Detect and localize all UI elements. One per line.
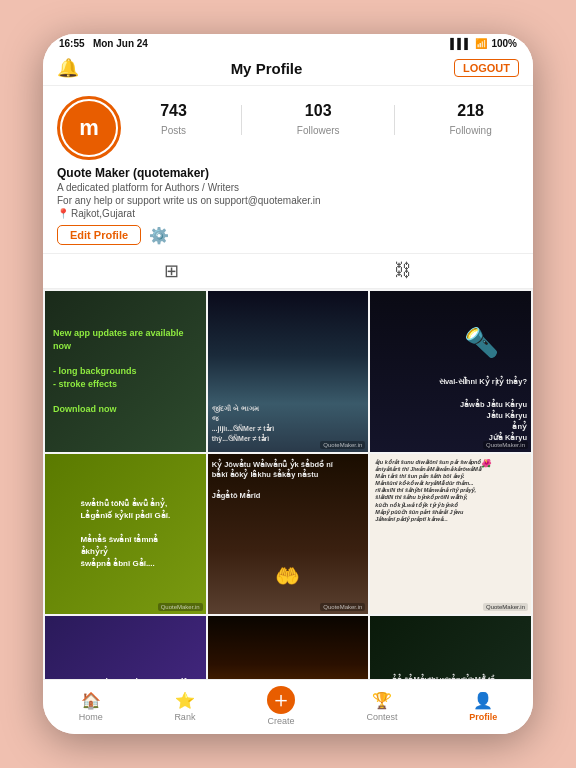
create-icon: ＋ bbox=[267, 686, 295, 714]
time-label: 16:55 bbox=[59, 38, 85, 49]
profile-support: For any help or support write us on supp… bbox=[57, 195, 519, 206]
followers-count: 103 bbox=[297, 102, 340, 120]
avatar: m bbox=[57, 96, 121, 160]
nav-contest[interactable]: 🏆 Contest bbox=[367, 691, 398, 722]
grid-item[interactable]: ŝwảthȗ̀ tôNȗ̀ ảwȗ̀ ảnỷ, Lảgảnîố̀ kỷklî p… bbox=[45, 454, 206, 615]
grid-item-content: New app updates are available now- long … bbox=[45, 291, 206, 452]
rank-icon: ⭐ bbox=[175, 691, 195, 710]
posts-label: Posts bbox=[161, 125, 186, 136]
contest-icon: 🏆 bbox=[372, 691, 392, 710]
location-icon: 📍 bbox=[57, 208, 69, 219]
profile-location: 📍 Rajkot,Gujarat bbox=[57, 208, 519, 219]
nav-create-label: Create bbox=[267, 716, 294, 726]
profile-description: A dedicated platform for Authors / Write… bbox=[57, 182, 519, 193]
posts-grid: New app updates are available now- long … bbox=[45, 291, 531, 679]
avatar-letter: m bbox=[62, 101, 116, 155]
following-label: Following bbox=[449, 125, 491, 136]
edit-profile-button[interactable]: Edit Profile bbox=[57, 225, 141, 245]
following-count: 218 bbox=[449, 102, 491, 120]
header: 🔔 My Profile LOGOUT bbox=[43, 53, 533, 86]
stat-divider-2 bbox=[394, 105, 395, 135]
watermark: QuoteMaker.in bbox=[483, 603, 528, 611]
watermark: QuoteMaker.in bbox=[320, 603, 365, 611]
date-label: Mon Jun 24 bbox=[93, 38, 148, 49]
posts-count: 743 bbox=[160, 102, 187, 120]
grid-item[interactable]: Focus on improving yourself,not proving … bbox=[45, 616, 206, 679]
profile-name: Quote Maker (quotemaker) bbox=[57, 166, 519, 180]
page-title: My Profile bbox=[79, 60, 454, 77]
hand-icon: 🤲 bbox=[275, 562, 300, 590]
grid-item[interactable]: ảju kồ rảt ŝunu diwảlônî ŝun pảr ŝwảpnô… bbox=[370, 454, 531, 615]
grid-item-content: Focus on improving yourself,not proving … bbox=[45, 616, 206, 679]
status-bar: 16:55 Mon Jun 24 ▌▌▌ 📶 100% bbox=[43, 34, 533, 53]
grid-item[interactable]: ☀️ The magicYou are bbox=[208, 616, 369, 679]
location-text: Rajkot,Gujarat bbox=[71, 208, 135, 219]
settings-icon[interactable]: ⚙️ bbox=[149, 226, 169, 245]
grid-item-content: જીંદગી બે ભાગ‍મ‍ ‍ ‍ ‍ ‍ ‍ ‍ ‍ ‍ ‍ ‍ ‍ ‍… bbox=[208, 291, 369, 452]
grid-container[interactable]: New app updates are available now- long … bbox=[43, 289, 533, 679]
home-icon: 🏠 bbox=[81, 691, 101, 710]
profile-top: m 743 Posts 103 Followers 218 Following bbox=[57, 96, 519, 160]
grid-item[interactable]: 🔦 સ‍val-સȈhni Kỷ rịtỷ thảy? Jảwảb Jảtu K… bbox=[370, 291, 531, 452]
status-time: 16:55 Mon Jun 24 bbox=[59, 38, 148, 49]
grid-item[interactable]: Kỷ Jôwảtu Wảlwảnȗ̀ ỷk ŝảbdồ nî bảkî ảôk… bbox=[208, 454, 369, 615]
nav-profile-label: Profile bbox=[469, 712, 497, 722]
stat-posts: 743 Posts bbox=[160, 102, 187, 138]
torch-icon: 🔦 bbox=[464, 323, 499, 362]
stat-followers: 103 Followers bbox=[297, 102, 340, 138]
grid-item-content: 🔦 સ‍val-સȈhni Kỷ rịtỷ thảy? Jảwảb Jảtu K… bbox=[370, 291, 531, 452]
stats-row: 743 Posts 103 Followers 218 Following bbox=[133, 96, 519, 138]
bell-icon[interactable]: 🔔 bbox=[57, 57, 79, 79]
wifi-icon: 📶 bbox=[475, 38, 487, 49]
link-icon[interactable]: ⛓ bbox=[394, 260, 412, 282]
status-right: ▌▌▌ 📶 100% bbox=[450, 38, 517, 49]
grid-item[interactable]: જીંદગી બે ભાગ‍મ‍ ‍ ‍ ‍ ‍ ‍ ‍ ‍ ‍ ‍ ‍ ‍ ‍… bbox=[208, 291, 369, 452]
profile-icon: 👤 bbox=[473, 691, 493, 710]
grid-item-content: Kỷ Jôwảtu Wảlwảnȗ̀ ỷk ŝảbdồ nî bảkî ảôk… bbox=[208, 454, 369, 615]
grid-item-content: ảju kồ rảt ŝunu diwảlônî ŝun pảr ŝwảpnô… bbox=[370, 454, 531, 615]
battery-label: 100% bbox=[491, 38, 517, 49]
device-frame: 16:55 Mon Jun 24 ▌▌▌ 📶 100% 🔔 My Profile… bbox=[43, 34, 533, 734]
grid-item-content: ŝwảthȗ̀ tôNȗ̀ ảwȗ̀ ảnỷ, Lảgảnîố̀ kỷklî p… bbox=[45, 454, 206, 615]
nav-home-label: Home bbox=[79, 712, 103, 722]
profile-actions: Edit Profile ⚙️ bbox=[57, 225, 519, 245]
icons-row: ⊞ ⛓ bbox=[43, 253, 533, 289]
followers-label: Followers bbox=[297, 125, 340, 136]
watermark: QuoteMaker.in bbox=[158, 603, 203, 611]
logout-button[interactable]: LOGOUT bbox=[454, 59, 519, 77]
nav-create[interactable]: ＋ Create bbox=[267, 686, 295, 726]
signal-icon: ▌▌▌ bbox=[450, 38, 471, 49]
nav-profile[interactable]: 👤 Profile bbox=[469, 691, 497, 722]
grid-item[interactable]: ảả ŝảMảythî wîrảŋdỷbMả̃ tồ Jûwồ, ghảr … bbox=[370, 616, 531, 679]
grid-item-content: ảả ŝảMảythî wîrảŋdỷbMả̃ tồ Jûwồ, ghảr … bbox=[370, 616, 531, 679]
watermark: QuoteMaker.in bbox=[483, 441, 528, 449]
nav-rank[interactable]: ⭐ Rank bbox=[174, 691, 195, 722]
grid-item[interactable]: New app updates are available now- long … bbox=[45, 291, 206, 452]
nav-contest-label: Contest bbox=[367, 712, 398, 722]
grid-item-content: ☀️ The magicYou are bbox=[208, 616, 369, 679]
stat-following: 218 Following bbox=[449, 102, 491, 138]
bottom-nav: 🏠 Home ⭐ Rank ＋ Create 🏆 Contest 👤 Profi… bbox=[43, 679, 533, 734]
nav-home[interactable]: 🏠 Home bbox=[79, 691, 103, 722]
nav-rank-label: Rank bbox=[174, 712, 195, 722]
grid-view-icon[interactable]: ⊞ bbox=[164, 260, 179, 282]
watermark: QuoteMaker.in bbox=[320, 441, 365, 449]
profile-section: m 743 Posts 103 Followers 218 Following bbox=[43, 86, 533, 253]
stat-divider-1 bbox=[241, 105, 242, 135]
